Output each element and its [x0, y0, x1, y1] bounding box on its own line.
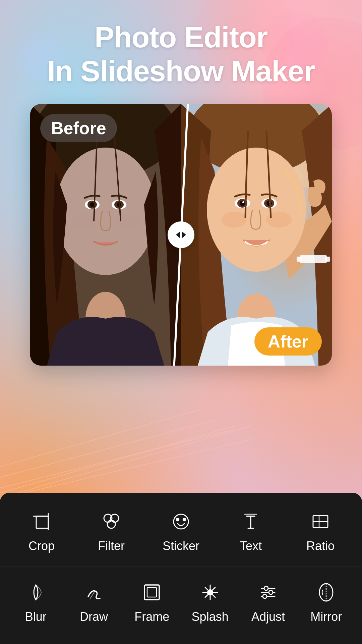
- tool-adjust[interactable]: Adjust: [239, 580, 297, 624]
- svg-rect-42: [36, 516, 48, 528]
- svg-point-18: [116, 214, 139, 229]
- svg-point-47: [107, 520, 115, 528]
- tool-frame[interactable]: Frame: [123, 580, 181, 624]
- sticker-label: Sticker: [163, 539, 199, 553]
- svg-point-48: [174, 514, 188, 529]
- tool-sticker[interactable]: Sticker: [146, 509, 216, 553]
- draw-icon: [82, 580, 106, 604]
- after-label: After: [254, 327, 322, 356]
- svg-point-74: [263, 594, 267, 598]
- svg-line-68: [205, 595, 208, 597]
- svg-marker-41: [182, 231, 186, 238]
- svg-point-10: [55, 148, 156, 275]
- before-side: [30, 104, 181, 366]
- svg-point-73: [269, 590, 273, 594]
- toolbar-area: Crop Filter Stick: [0, 493, 362, 644]
- svg-rect-37: [300, 255, 327, 263]
- ratio-label: Ratio: [306, 539, 335, 553]
- svg-line-66: [213, 595, 215, 597]
- phone-mockup: Before After: [30, 104, 332, 366]
- title-line1: Photo Editor: [95, 20, 267, 54]
- after-side: [181, 104, 332, 366]
- adjust-label: Adjust: [251, 610, 285, 624]
- svg-line-3: [0, 439, 251, 493]
- tool-splash[interactable]: Splash: [181, 580, 239, 624]
- filter-label: Filter: [98, 539, 125, 553]
- svg-point-60: [207, 590, 213, 595]
- title-line2: In Slideshow Maker: [47, 54, 315, 88]
- tool-draw[interactable]: Draw: [65, 580, 123, 624]
- svg-line-1: [0, 419, 218, 486]
- tool-crop[interactable]: Crop: [7, 509, 76, 553]
- svg-point-35: [221, 212, 247, 228]
- toolbar-row1: Crop Filter Stick: [0, 493, 362, 567]
- blur-icon: [24, 580, 48, 604]
- svg-point-17: [72, 214, 96, 229]
- text-icon: [239, 509, 263, 534]
- svg-line-67: [213, 587, 215, 590]
- decorative-lines: [0, 392, 362, 493]
- tool-filter[interactable]: Filter: [76, 509, 146, 553]
- crop-icon: [29, 509, 54, 534]
- svg-line-0: [0, 409, 201, 476]
- svg-rect-58: [144, 585, 159, 600]
- ratio-icon: [308, 509, 333, 534]
- svg-point-49: [176, 518, 179, 521]
- split-image-container: Before After: [30, 104, 332, 366]
- splash-label: Splash: [192, 610, 229, 624]
- svg-rect-38: [297, 257, 302, 262]
- title-section: Photo Editor In Slideshow Maker: [0, 20, 362, 88]
- svg-point-30: [242, 201, 244, 203]
- mirror-label: Mirror: [310, 610, 342, 624]
- svg-line-4: [0, 426, 235, 493]
- split-handle[interactable]: [168, 221, 194, 248]
- svg-rect-39: [325, 257, 330, 262]
- blur-label: Blur: [25, 610, 47, 624]
- tool-ratio[interactable]: Ratio: [286, 509, 355, 553]
- sticker-icon: [169, 509, 193, 534]
- toolbar-row2: Blur Draw Frame: [0, 567, 362, 644]
- svg-line-5: [17, 426, 251, 493]
- frame-label: Frame: [134, 610, 169, 624]
- svg-point-26: [207, 148, 306, 272]
- svg-line-65: [205, 587, 208, 590]
- tool-blur[interactable]: Blur: [7, 580, 65, 624]
- filter-icon: [99, 509, 123, 534]
- svg-point-72: [264, 586, 268, 590]
- svg-line-2: [0, 429, 235, 493]
- mirror-icon: [314, 580, 338, 604]
- splash-icon: [198, 580, 222, 604]
- tool-mirror[interactable]: Mirror: [297, 580, 355, 624]
- tool-text[interactable]: Text: [216, 509, 286, 553]
- svg-marker-40: [176, 231, 180, 238]
- text-label: Text: [240, 539, 262, 553]
- before-label: Before: [40, 114, 117, 142]
- crop-label: Crop: [28, 539, 55, 553]
- draw-label: Draw: [80, 610, 108, 624]
- svg-point-50: [183, 518, 186, 521]
- svg-rect-59: [147, 588, 157, 597]
- svg-point-29: [240, 201, 245, 206]
- frame-icon: [140, 580, 164, 604]
- adjust-icon: [256, 580, 280, 604]
